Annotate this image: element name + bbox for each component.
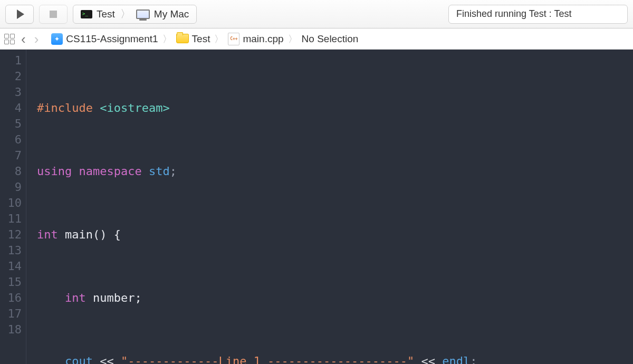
line-number: 7 [0,148,22,164]
toolbar: Test 〉 My Mac Finished running Test : Te… [0,0,633,28]
breadcrumb-folder[interactable]: Test [192,33,210,45]
chevron-right-icon: 〉 [212,33,226,45]
line-number: 2 [0,69,22,84]
chevron-right-icon: 〉 [160,33,174,45]
stop-icon [50,11,57,18]
status-text: Finished running Test : Test [456,8,571,20]
line-number: 3 [0,84,22,100]
code-line[interactable]: int main() { [37,227,633,243]
chevron-right-icon: 〉 [119,7,132,21]
terminal-icon [81,10,92,18]
line-number: 12 [0,227,22,243]
line-number: 1 [0,53,22,69]
play-icon [17,9,24,19]
line-number: 10 [0,195,22,211]
related-items-icon[interactable] [3,33,16,45]
folder-icon [176,34,189,43]
line-number: 16 [0,290,22,306]
nav-forward-button[interactable]: › [31,32,42,46]
line-number: 14 [0,258,22,274]
cpp-file-icon [228,33,239,45]
breadcrumb-file[interactable]: main.cpp [243,33,283,45]
code-line[interactable] [37,258,633,274]
code-line[interactable]: int number; [37,290,633,306]
project-icon [51,33,63,45]
code-line[interactable] [37,69,633,84]
jump-bar: ‹ › CS115-Assignment1 〉 Test 〉 main.cpp … [0,28,633,50]
code-line[interactable] [37,322,633,338]
code-editor[interactable]: 123456789101112131415161718 #include <io… [0,50,633,364]
code-line[interactable] [37,132,633,148]
breadcrumb-project[interactable]: CS115-Assignment1 [66,33,158,45]
breadcrumb-selection[interactable]: No Selection [302,33,359,45]
status-message: Finished running Test : Test [448,5,628,24]
mac-icon [136,9,150,19]
run-button[interactable] [5,5,34,24]
line-number: 8 [0,164,22,179]
code-line[interactable]: cout << "-------------Line 1 -----------… [37,353,633,364]
scheme-selector[interactable]: Test 〉 My Mac [73,5,197,24]
line-number: 18 [0,322,22,338]
code-line[interactable]: #include <iostream> [37,100,633,116]
status-area: Finished running Test : Test [202,5,628,24]
line-number: 6 [0,132,22,148]
stop-button[interactable] [39,5,68,24]
code-area[interactable]: #include <iostream> using namespace std;… [26,50,633,364]
nav-back-button[interactable]: ‹ [18,32,29,46]
code-line[interactable]: using namespace std; [37,164,633,179]
line-number-gutter: 123456789101112131415161718 [0,50,26,364]
destination-name: My Mac [154,8,189,20]
line-number: 17 [0,306,22,322]
code-line[interactable] [37,195,633,211]
line-number: 9 [0,179,22,195]
line-number: 4 [0,100,22,116]
line-number: 15 [0,274,22,290]
chevron-right-icon: 〉 [286,33,300,45]
line-number: 11 [0,211,22,227]
line-number: 5 [0,116,22,132]
line-number: 13 [0,243,22,258]
scheme-name: Test [97,8,115,20]
